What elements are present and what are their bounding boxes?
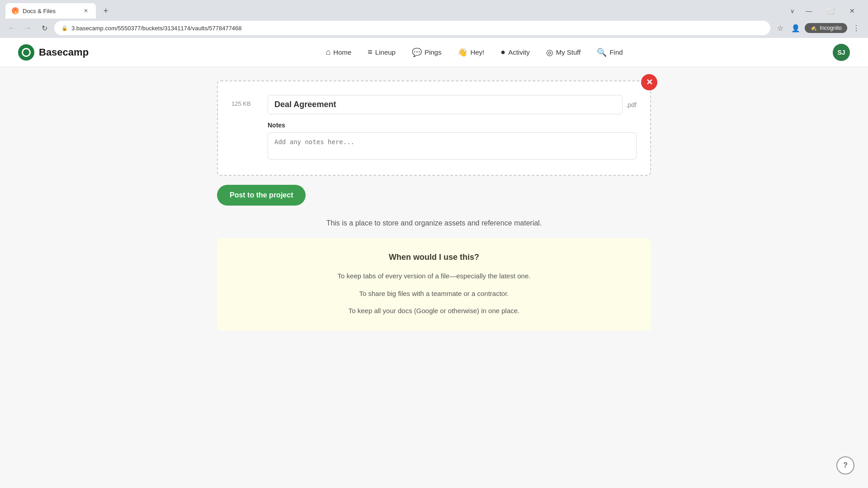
profile-icon[interactable]: 👤 [789,22,802,34]
nav-item-home[interactable]: ⌂ Home [318,44,359,61]
post-button-label: Post to the project [230,191,293,199]
notes-label: Notes [268,122,637,129]
file-details: .pdf Notes [268,95,637,161]
my-stuff-icon: ◎ [546,47,553,57]
user-initials: SJ [837,49,845,56]
nav-item-find[interactable]: 🔍 Find [590,44,630,61]
close-icon: ✕ [646,77,653,87]
forward-button[interactable]: → [22,22,34,34]
close-button[interactable]: ✕ [641,74,657,90]
info-section: This is a place to store and organize as… [217,219,651,331]
nav-label-activity: Activity [508,48,530,56]
nav-item-pings[interactable]: 💬 Pings [405,44,449,61]
tabs-collapse-icon: ∨ [790,8,795,14]
nav-item-hey[interactable]: 👋 Hey! [450,44,491,61]
bookmark-icon[interactable]: ☆ [774,22,787,34]
info-box-title: When would I use this? [235,253,633,262]
home-icon: ⌂ [326,47,330,57]
window-minimize-button[interactable]: — [798,4,819,18]
nav-label-my-stuff: My Stuff [556,48,581,56]
browser-tab[interactable]: 🔥 Docs & Files ✕ [5,3,96,19]
incognito-button[interactable]: 🕵 Incognito [805,23,847,33]
post-button-container: Post to the project [217,185,651,206]
incognito-label: Incognito [820,25,842,31]
nav-label-hey: Hey! [470,48,484,56]
app-logo[interactable]: Basecamp [18,44,89,61]
file-extension: .pdf [626,101,637,108]
app-navigation: Basecamp ⌂ Home ≡ Lineup 💬 Pings 👋 Hey! … [0,38,868,67]
tab-title: Docs & Files [23,8,56,14]
info-box: When would I use this? To keep tabs of e… [217,238,651,331]
window-close-button[interactable]: ✕ [842,4,863,18]
incognito-icon: 🕵 [810,25,817,31]
nav-label-home: Home [333,48,351,56]
lock-icon: 🔒 [61,25,68,31]
url-text: 3.basecamp.com/5550377/buckets/31341174/… [71,25,763,32]
file-name-input[interactable] [268,95,623,114]
nav-item-my-stuff[interactable]: ◎ My Stuff [539,44,588,61]
refresh-button[interactable]: ↻ [38,22,51,34]
nav-label-find: Find [609,48,623,56]
lineup-icon: ≡ [368,47,373,57]
nav-items: ⌂ Home ≡ Lineup 💬 Pings 👋 Hey! ● Activit… [116,44,833,61]
logo-text: Basecamp [39,47,89,58]
help-button[interactable]: ? [836,456,854,474]
nav-item-activity[interactable]: ● Activity [493,44,537,61]
tab-favicon: 🔥 [12,7,19,14]
pings-icon: 💬 [412,47,422,57]
find-icon: 🔍 [597,47,607,57]
hey-icon: 👋 [458,47,467,57]
help-icon: ? [843,461,848,469]
new-tab-button[interactable]: + [99,5,112,17]
notes-input[interactable] [268,132,637,160]
more-options-icon[interactable]: ⋮ [850,22,863,34]
window-maximize-button[interactable]: ⬜ [820,4,841,18]
info-box-item-2: To share big files with a teammate or a … [235,289,633,299]
file-size: 125 KB [231,95,259,107]
info-box-item-3: To keep all your docs (Google or otherwi… [235,306,633,316]
back-button[interactable]: ← [5,22,18,34]
logo-icon [18,44,34,61]
info-box-item-1: To keep tabs of every version of a file—… [235,271,633,282]
user-avatar[interactable]: SJ [833,44,850,61]
post-to-project-button[interactable]: Post to the project [217,185,306,206]
tab-close-button[interactable]: ✕ [82,7,90,14]
main-content: ✕ 125 KB .pdf Notes Post to the project … [0,67,868,488]
address-bar[interactable]: 🔒 3.basecamp.com/5550377/buckets/3134117… [54,21,770,35]
info-description: This is a place to store and organize as… [217,219,651,227]
activity-icon: ● [500,47,505,57]
nav-item-lineup[interactable]: ≡ Lineup [360,44,403,61]
upload-area: ✕ 125 KB .pdf Notes [217,80,651,176]
nav-label-pings: Pings [425,48,442,56]
nav-label-lineup: Lineup [375,48,396,56]
